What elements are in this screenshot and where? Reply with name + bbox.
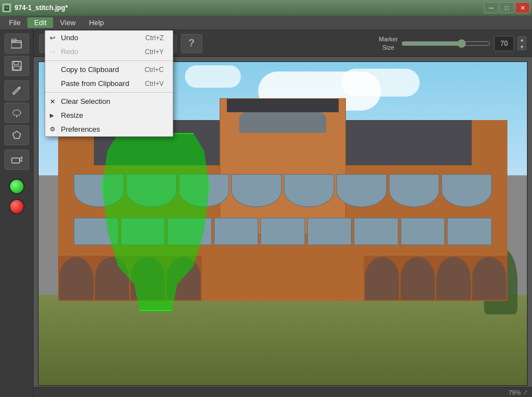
menu-help[interactable]: Help: [82, 17, 111, 28]
svg-marker-6: [13, 131, 21, 138]
cloud-2: [341, 69, 420, 97]
tool-erase[interactable]: [4, 150, 29, 170]
undo-label: Undo: [61, 34, 78, 42]
tower-roof: [227, 99, 339, 112]
tool-polygon[interactable]: [4, 125, 29, 145]
undo-shortcut: Ctrl+Z: [145, 34, 164, 42]
menu-clear-selection[interactable]: ✕ Clear Selection: [45, 94, 173, 108]
marker-size-slider[interactable]: [401, 39, 491, 48]
preferences-label: Preferences: [61, 125, 100, 133]
window-title: 974-1_stitch.jpg*: [15, 4, 68, 12]
menu-copy[interactable]: Copy to Clipboard Ctrl+C: [45, 63, 173, 76]
divider-2: [45, 92, 173, 93]
paste-label: Paste from Clipboard: [61, 79, 129, 88]
copy-label: Copy to Clipboard: [61, 65, 119, 74]
tool-edit[interactable]: [4, 80, 29, 101]
paste-shortcut: Ctrl+V: [145, 80, 164, 88]
menu-preferences[interactable]: ⚙ Preferences: [45, 122, 173, 136]
menu-resize[interactable]: ▶ Resize: [45, 108, 173, 122]
ground-layer: [39, 295, 527, 385]
cloud-3: [185, 65, 241, 88]
marker-down-arrow[interactable]: ▼: [517, 44, 526, 50]
help-button[interactable]: ?: [181, 34, 202, 53]
maximize-button[interactable]: □: [500, 2, 514, 13]
svg-rect-7: [12, 158, 20, 163]
tool-save[interactable]: [4, 56, 29, 76]
menu-undo[interactable]: ↩ Undo Ctrl+Z: [45, 31, 173, 45]
arcade-right: [364, 256, 507, 301]
svg-rect-3: [14, 61, 18, 65]
title-bar-left: 🖼 974-1_stitch.jpg*: [2, 3, 68, 12]
red-color-indicator[interactable]: [9, 199, 25, 214]
marker-size-arrows: ▲ ▼: [517, 36, 526, 50]
marker-up-arrow[interactable]: ▲: [517, 36, 526, 43]
divider-1: [45, 60, 173, 61]
clear-selection-icon: ✕: [50, 98, 55, 106]
resize-menu-icon: ▶: [50, 112, 54, 118]
menu-file[interactable]: File: [2, 17, 27, 28]
marker-size-value: 70: [494, 36, 514, 51]
copy-shortcut: Ctrl+C: [145, 66, 164, 74]
tool-lasso[interactable]: [4, 103, 29, 123]
app-icon: 🖼: [2, 3, 11, 12]
zoom-level: 79%: [509, 389, 521, 396]
left-toolbar: [0, 30, 34, 397]
tool-open[interactable]: [4, 34, 29, 54]
menu-bar: File Edit View Help: [0, 16, 532, 30]
undo-icon: ↩: [50, 34, 55, 42]
marker-size-label: MarkerSize: [379, 35, 398, 51]
redo-shortcut: Ctrl+Y: [145, 48, 164, 56]
menu-redo[interactable]: ↪ Redo Ctrl+Y: [45, 45, 173, 59]
redo-label: Redo: [61, 47, 78, 56]
status-bar: 79% ⤢: [34, 387, 532, 397]
center-tower: [220, 98, 345, 234]
menu-edit[interactable]: Edit: [27, 17, 53, 28]
preferences-icon: ⚙: [50, 126, 55, 133]
menu-view[interactable]: View: [53, 17, 82, 28]
edit-dropdown-menu: ↩ Undo Ctrl+Z ↪ Redo Ctrl+Y Copy to Clip…: [45, 30, 173, 137]
svg-rect-0: [11, 41, 21, 48]
clear-selection-label: Clear Selection: [61, 97, 110, 106]
svg-rect-1: [12, 39, 16, 41]
menu-paste[interactable]: Paste from Clipboard Ctrl+V: [45, 76, 173, 90]
resize-label: Resize: [61, 111, 83, 119]
svg-rect-4: [13, 66, 20, 70]
title-bar: 🖼 974-1_stitch.jpg* ─ □ ✕: [0, 0, 532, 16]
minimize-button[interactable]: ─: [484, 2, 498, 13]
green-color-indicator[interactable]: [9, 179, 25, 194]
window-controls: ─ □ ✕: [484, 2, 530, 13]
svg-point-5: [13, 110, 21, 116]
redo-icon: ↪: [50, 48, 55, 56]
resize-icon: ⤢: [523, 389, 528, 395]
close-button[interactable]: ✕: [515, 2, 530, 13]
